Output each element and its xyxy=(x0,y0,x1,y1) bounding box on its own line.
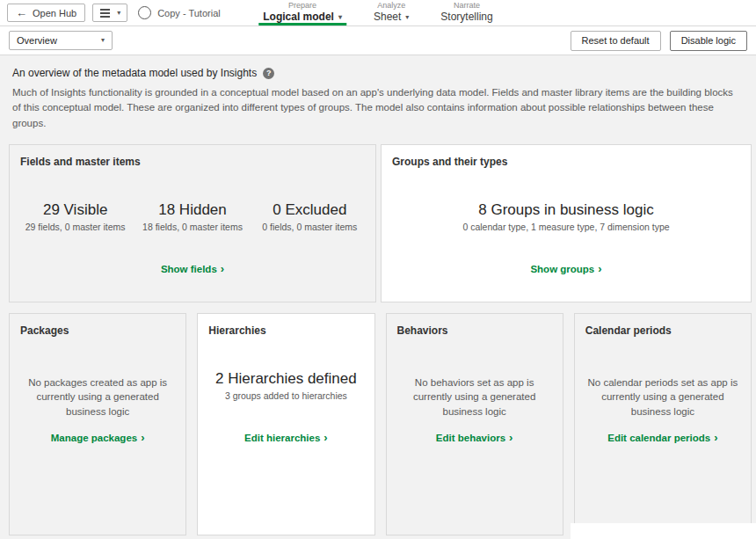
app-title: Copy - Tutorial xyxy=(157,8,221,18)
packages-card: Packages No packages created as app is c… xyxy=(9,313,186,535)
back-arrow-icon: ← xyxy=(16,7,27,18)
open-hub-label: Open Hub xyxy=(33,8,76,18)
fields-stats: 29 Visible 29 fields, 0 master items 18 … xyxy=(10,201,375,232)
global-menu-button[interactable]: ▾ xyxy=(92,4,127,22)
chevron-right-icon: › xyxy=(598,262,601,275)
intro-description: Much of Insights functionality is ground… xyxy=(12,85,744,131)
stat-excluded: 0 Excluded 0 fields, 0 master items xyxy=(251,201,368,232)
chevron-down-icon: ▾ xyxy=(405,14,409,21)
stat-value: 8 Groups in business logic xyxy=(394,201,738,219)
nav-label-sheet: Sheet xyxy=(374,11,401,23)
groups-summary: 8 Groups in business logic 0 calendar ty… xyxy=(382,201,751,232)
chevron-right-icon: › xyxy=(221,262,224,275)
nav-label-logical-model: Logical model xyxy=(263,11,334,23)
show-fields-link[interactable]: Show fields› xyxy=(10,262,375,275)
stat-value: 0 Excluded xyxy=(251,201,368,219)
tab-analyze-sheet[interactable]: Analyze Sheet ▾ xyxy=(371,0,411,25)
card-message: No calendar periods set as app is curren… xyxy=(587,375,738,419)
chevron-right-icon: › xyxy=(714,431,717,444)
edit-behaviors-link[interactable]: Edit behaviors› xyxy=(387,431,563,444)
chevron-down-icon: ▾ xyxy=(117,10,120,17)
reset-to-default-label: Reset to default xyxy=(582,35,650,46)
view-selector-value: Overview xyxy=(17,35,57,46)
stat-visible: 29 Visible 29 fields, 0 master items xyxy=(17,201,134,232)
hamburger-icon xyxy=(100,12,110,14)
disable-logic-label: Disable logic xyxy=(681,35,736,46)
reset-to-default-button[interactable]: Reset to default xyxy=(571,31,661,51)
tab-narrate-storytelling[interactable]: Narrate Storytelling xyxy=(438,0,495,25)
groups-and-types-card: Groups and their types 8 Groups in busin… xyxy=(381,144,752,302)
card-title: Packages xyxy=(20,324,175,337)
link-label: Show fields xyxy=(161,264,217,274)
behaviors-card: Behaviors No behaviors set as app is cur… xyxy=(386,313,563,535)
nav-label-wrap: Storytelling xyxy=(440,11,492,23)
nav-section-prepare: Prepare xyxy=(288,2,316,11)
open-hub-button[interactable]: ← Open Hub xyxy=(7,4,85,22)
calendar-periods-card: Calendar periods No calendar periods set… xyxy=(574,313,752,535)
chevron-right-icon: › xyxy=(323,431,327,444)
disable-logic-button[interactable]: Disable logic xyxy=(670,31,747,51)
stat-value: 18 Hidden xyxy=(134,201,251,219)
card-title: Groups and their types xyxy=(392,156,740,168)
cards-row-2: Packages No packages created as app is c… xyxy=(9,313,752,535)
stat-value: 2 Hierarchies defined xyxy=(210,370,361,388)
stat-hidden: 18 Hidden 18 fields, 0 master items xyxy=(134,201,251,232)
view-selector-dropdown[interactable]: Overview ▾ xyxy=(9,31,113,50)
link-label: Edit behaviors xyxy=(436,433,505,443)
hierarchies-card: Hierarchies 2 Hierarchies defined 3 grou… xyxy=(197,313,374,535)
intro-title-row: An overview of the metadata model used b… xyxy=(12,67,744,79)
stat-detail: 18 fields, 0 master items xyxy=(134,222,251,232)
chevron-down-icon: ▾ xyxy=(101,37,105,44)
card-title: Behaviors xyxy=(397,324,552,337)
stat-detail: 3 groups added to hierarchies xyxy=(210,390,361,401)
nav-label-storytelling: Storytelling xyxy=(440,11,492,23)
edit-calendar-periods-link[interactable]: Edit calendar periods› xyxy=(575,431,751,444)
fields-and-master-items-card: Fields and master items 29 Visible 29 fi… xyxy=(9,144,376,302)
chevron-down-icon: ▾ xyxy=(338,14,342,21)
nav-section-narrate: Narrate xyxy=(454,2,480,11)
nav-section-analyze: Analyze xyxy=(377,2,405,11)
chevron-right-icon: › xyxy=(141,431,144,444)
tab-prepare-logical-model[interactable]: Prepare Logical model ▾ xyxy=(260,0,345,25)
edit-hierarchies-link[interactable]: Edit hierarchies› xyxy=(198,431,374,444)
link-label: Edit calendar periods xyxy=(607,433,710,443)
intro-section: An overview of the metadata model used b… xyxy=(0,55,756,144)
stat-detail: 0 fields, 0 master items xyxy=(251,222,368,232)
bottom-right-panel xyxy=(571,523,756,539)
link-label: Show groups xyxy=(530,264,594,274)
sub-toolbar: Overview ▾ Reset to default Disable logi… xyxy=(0,26,756,55)
main-nav: Prepare Logical model ▾ Analyze Sheet ▾ … xyxy=(260,0,495,25)
stats-row: 29 Visible 29 fields, 0 master items 18 … xyxy=(10,201,375,232)
card-message: No behaviors set as app is currently usi… xyxy=(399,375,550,419)
stat-value: 29 Visible xyxy=(17,201,134,219)
cards-row-1: Fields and master items 29 Visible 29 fi… xyxy=(9,144,752,302)
nav-label-wrap: Logical model ▾ xyxy=(263,11,342,23)
card-message: No packages created as app is currently … xyxy=(22,375,173,419)
card-title: Calendar periods xyxy=(585,324,740,337)
manage-packages-link[interactable]: Manage packages› xyxy=(10,431,185,444)
link-label: Manage packages xyxy=(51,433,137,443)
top-bar: ← Open Hub ▾ Copy - Tutorial Prepare Log… xyxy=(0,0,756,26)
app-options-icon[interactable] xyxy=(138,6,151,19)
stat-detail: 0 calendar type, 1 measure type, 7 dimen… xyxy=(394,222,738,232)
nav-label-wrap: Sheet ▾ xyxy=(374,11,409,23)
chevron-right-icon: › xyxy=(509,431,512,444)
page-title: An overview of the metadata model used b… xyxy=(12,67,257,79)
stat-detail: 29 fields, 0 master items xyxy=(17,222,134,232)
help-icon[interactable]: ? xyxy=(263,68,274,79)
app-info: Copy - Tutorial xyxy=(138,6,221,19)
link-label: Edit hierarchies xyxy=(244,433,320,443)
hierarchies-summary: 2 Hierarchies defined 3 groups added to … xyxy=(198,370,374,401)
card-title: Hierarchies xyxy=(208,324,363,337)
show-groups-link[interactable]: Show groups› xyxy=(382,262,751,275)
card-title: Fields and master items xyxy=(20,156,365,168)
